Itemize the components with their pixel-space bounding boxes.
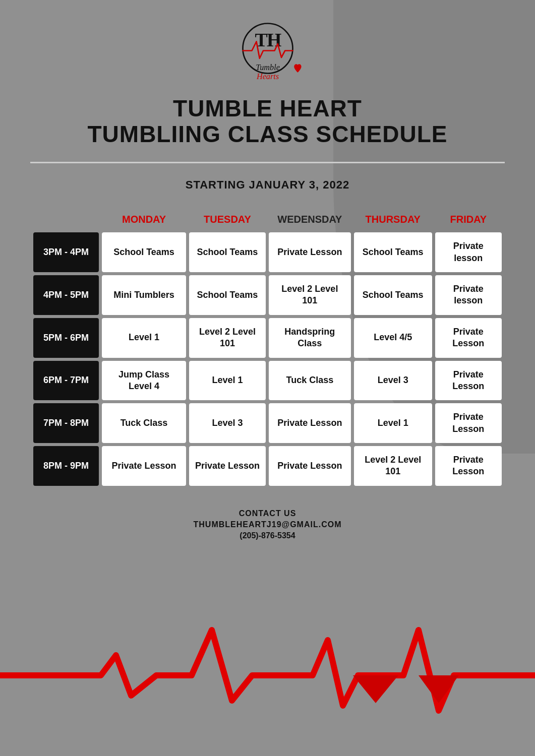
table-row: 4PM - 5PMMini TumblersSchool TeamsLevel … [33,275,502,315]
schedule-subtitle: STARTING JANUARY 3, 2022 [30,178,505,192]
class-cell-thursday: Level 1 [354,403,432,443]
class-cell-monday: Tuck Class [102,403,186,443]
class-cell-tuesday: Private Lesson [189,446,266,486]
class-cell-friday: Private lesson [435,275,502,315]
svg-text:TH: TH [255,29,281,50]
class-cell-monday: Jump Class Level 4 [102,361,186,401]
class-cell-friday: Private Lesson [435,446,502,486]
class-cell-wednesday: Tuck Class [269,361,351,401]
time-cell: 3PM - 4PM [33,232,99,272]
class-cell-tuesday: Level 2 Level 101 [189,318,266,358]
class-cell-thursday: School Teams [354,232,432,272]
table-row: 7PM - 8PMTuck ClassLevel 3Private Lesson… [33,403,502,443]
class-cell-friday: Private lesson [435,232,502,272]
heartbeat-decoration [0,615,535,716]
tumble-heart-logo: TH Tumble Hearts [222,20,313,86]
time-cell: 5PM - 6PM [33,318,99,358]
svg-text:Tumble: Tumble [256,63,280,72]
class-cell-monday: Level 1 [102,318,186,358]
th-empty [33,210,99,229]
table-row: 5PM - 6PMLevel 1Level 2 Level 101Handspr… [33,318,502,358]
divider [30,162,505,163]
class-cell-friday: Private Lesson [435,361,502,401]
class-cell-tuesday: School Teams [189,275,266,315]
class-cell-tuesday: Level 3 [189,403,266,443]
contact-email: THUMBLEHEARTJ19@GMAIL.COM [30,520,505,529]
class-cell-monday: School Teams [102,232,186,272]
schedule-table: MONDAY TUESDAY WEDENSDAY THURSDAY FRIDAY… [30,207,505,489]
class-cell-thursday: Level 2 Level 101 [354,446,432,486]
th-thursday: THURSDAY [354,210,432,229]
page-container: TH Tumble Hearts TUMBLE HEART TUMBLIING … [0,0,535,571]
table-header-row: MONDAY TUESDAY WEDENSDAY THURSDAY FRIDAY [33,210,502,229]
table-row: 3PM - 4PMSchool TeamsSchool TeamsPrivate… [33,232,502,272]
class-cell-thursday: Level 3 [354,361,432,401]
class-cell-friday: Private Lesson [435,403,502,443]
class-cell-friday: Private Lesson [435,318,502,358]
class-cell-monday: Private Lesson [102,446,186,486]
class-cell-monday: Mini Tumblers [102,275,186,315]
contact-section: CONTACT US THUMBLEHEARTJ19@GMAIL.COM (20… [30,509,505,550]
th-monday: MONDAY [102,210,186,229]
main-title: TUMBLE HEART TUMBLIING CLASS SCHEDULE [30,96,505,147]
time-cell: 6PM - 7PM [33,361,99,401]
table-row: 6PM - 7PMJump Class Level 4Level 1Tuck C… [33,361,502,401]
class-cell-wednesday: Private Lesson [269,232,351,272]
time-cell: 8PM - 9PM [33,446,99,486]
time-cell: 7PM - 8PM [33,403,99,443]
contact-label: CONTACT US [30,509,505,518]
th-tuesday: TUESDAY [189,210,266,229]
class-cell-tuesday: School Teams [189,232,266,272]
class-cell-wednesday: Handspring Class [269,318,351,358]
th-friday: FRIDAY [435,210,502,229]
class-cell-thursday: Level 4/5 [354,318,432,358]
logo-area: TH Tumble Hearts [30,15,505,86]
th-wednesday: WEDENSDAY [269,210,351,229]
svg-text:Hearts: Hearts [256,72,278,81]
class-cell-wednesday: Level 2 Level 101 [269,275,351,315]
class-cell-wednesday: Private Lesson [269,403,351,443]
time-cell: 4PM - 5PM [33,275,99,315]
class-cell-tuesday: Level 1 [189,361,266,401]
table-row: 8PM - 9PMPrivate LessonPrivate LessonPri… [33,446,502,486]
class-cell-wednesday: Private Lesson [269,446,351,486]
class-cell-thursday: School Teams [354,275,432,315]
contact-phone: (205)-876-5354 [30,531,505,540]
